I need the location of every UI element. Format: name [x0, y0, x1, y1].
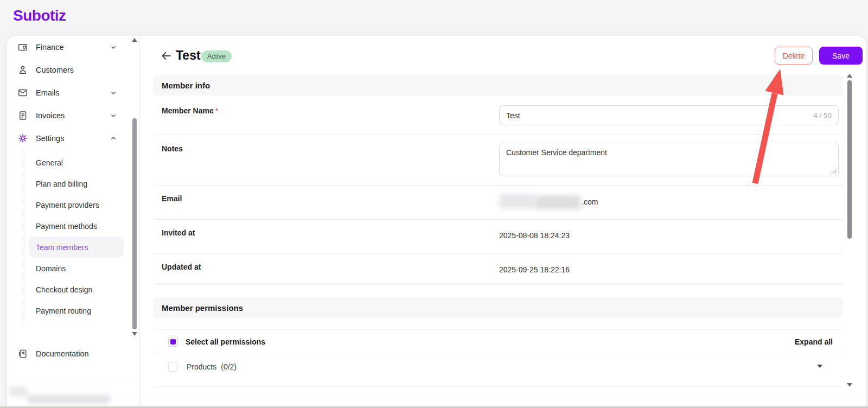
sidebar-item-label: Customers [36, 66, 74, 74]
sidebar-subitem-domains[interactable]: Domains [22, 258, 140, 279]
delete-button[interactable]: Delete [775, 47, 813, 65]
member-permissions-section-header: Member permissions [154, 297, 843, 318]
chevron-down-icon [109, 88, 118, 97]
sidebar-item-customers[interactable]: Customers [7, 59, 140, 81]
invited-at-label: Invited at [162, 227, 195, 238]
char-counter: 4 / 50 [813, 111, 832, 119]
label-text: Member Name [162, 106, 214, 115]
sidebar-item-label: Finance [36, 43, 64, 52]
sidebar-item-invoices[interactable]: Invoices [7, 104, 140, 127]
scrollbar-thumb[interactable] [132, 118, 137, 329]
products-row-label[interactable]: Products(0/2) [187, 361, 237, 372]
sidebar-subitem-team-members[interactable]: Team members [29, 237, 124, 258]
select-all-label: Select all permissions [186, 336, 265, 347]
sidebar-subitem-payment-methods[interactable]: Payment methods [22, 215, 140, 237]
email-label: Email [162, 193, 182, 204]
app-panel: Finance Customers [7, 36, 866, 408]
divider [154, 219, 843, 220]
avatar [9, 386, 27, 397]
member-name-label: Member Name* [162, 105, 218, 116]
redacted-email-value [535, 195, 580, 209]
chevron-up-icon [109, 134, 118, 143]
scroll-down-arrow[interactable] [132, 332, 137, 336]
checkbox-indeterminate-mark [170, 339, 176, 345]
sidebar-item-label: Settings [36, 134, 64, 143]
divider [154, 134, 843, 135]
sidebar-item-label: Documentation [36, 349, 89, 358]
divider [154, 354, 843, 354]
notes-textarea[interactable]: Customer Service department [506, 148, 832, 171]
updated-at-value: 2025-09-25 18:22:16 [499, 265, 570, 274]
sidebar-item-emails[interactable]: Emails [7, 81, 140, 104]
sidebar-subitem-payment-routing[interactable]: Payment routing [22, 300, 140, 321]
member-name-input-box: 4 / 50 [499, 105, 839, 125]
divider [154, 386, 843, 387]
user-icon [17, 65, 28, 75]
notes-label: Notes [162, 143, 183, 154]
expand-all-link[interactable]: Expand all [795, 336, 833, 347]
divider [154, 185, 843, 186]
products-label-text: Products [187, 362, 216, 371]
notes-textarea-box: Customer Service department [499, 143, 839, 176]
documentation-icon [17, 348, 28, 359]
back-arrow-icon[interactable] [160, 50, 172, 62]
redacted-email-value [499, 194, 535, 208]
gear-icon [17, 133, 28, 144]
products-count: (0/2) [221, 362, 237, 371]
resize-handle[interactable] [831, 169, 837, 174]
main-content: Test Active Delete Save Member info Memb… [140, 36, 866, 408]
divider [154, 329, 843, 330]
chevron-down-icon[interactable] [817, 365, 822, 368]
email-visible-suffix: .com [582, 197, 598, 206]
page-title: Test [176, 48, 201, 63]
content-scrollbar[interactable] [847, 74, 852, 391]
member-info-section-header: Member info [154, 75, 843, 95]
products-checkbox[interactable] [168, 362, 178, 372]
member-name-input[interactable] [506, 111, 809, 120]
app-logo[interactable]: Subotiz [13, 7, 66, 24]
required-asterisk: * [215, 106, 218, 115]
sidebar-subitem-general[interactable]: General [22, 152, 140, 173]
sidebar-subitem-payment-providers[interactable]: Payment providers [22, 194, 140, 215]
divider [154, 253, 843, 254]
sidebar-item-settings[interactable]: Settings [7, 127, 140, 150]
divider [154, 284, 843, 285]
divider [7, 380, 140, 380]
status-badge: Active [201, 50, 232, 62]
wallet-icon [17, 42, 28, 53]
sidebar-nav: Finance Customers [7, 36, 140, 323]
sidebar-item-finance[interactable]: Finance [7, 36, 140, 59]
scrollbar-thumb[interactable] [847, 80, 852, 239]
invited-at-value: 2025-08-08 18:24:23 [499, 231, 570, 240]
invoice-icon [17, 110, 28, 121]
sidebar-subitem-plan-and-billing[interactable]: Plan and billing [22, 173, 140, 194]
sidebar-scrollbar[interactable] [132, 36, 137, 372]
sidebar-item-label: Invoices [36, 111, 65, 120]
sidebar-item-label: Emails [36, 88, 60, 97]
chevron-down-icon [109, 111, 118, 120]
scroll-down-arrow[interactable] [847, 383, 852, 387]
user-name-redacted [27, 395, 110, 404]
mail-icon [17, 87, 28, 98]
settings-submenu: General Plan and billing Payment provide… [22, 150, 140, 323]
select-all-checkbox[interactable] [168, 337, 178, 347]
save-button[interactable]: Save [819, 47, 863, 65]
sidebar: Finance Customers [7, 36, 140, 408]
sidebar-item-documentation[interactable]: Documentation [7, 342, 140, 366]
scroll-up-arrow[interactable] [132, 38, 137, 42]
chevron-down-icon [109, 43, 118, 52]
updated-at-label: Updated at [162, 262, 201, 272]
scroll-up-arrow[interactable] [847, 74, 852, 78]
sidebar-subitem-checkout-design[interactable]: Checkout design [22, 279, 140, 300]
user-profile-redacted[interactable] [7, 382, 140, 408]
